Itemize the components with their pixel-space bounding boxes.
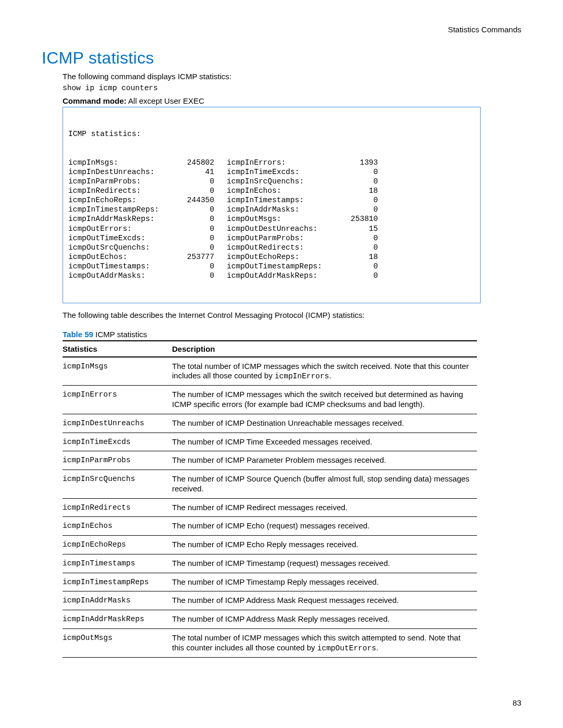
stat-label: icmpInAddrMaskReps: bbox=[68, 214, 173, 224]
stat-name-cell: icmpInRedirects bbox=[63, 498, 172, 517]
output-row: icmpInEchoReps:244350icmpInTimestamps:0 bbox=[68, 195, 475, 205]
command-mode-value: All except User EXEC bbox=[127, 96, 204, 105]
table-row: icmpInSrcQuenchsThe number of ICMP Sourc… bbox=[63, 470, 477, 499]
table-row: icmpInEchoRepsThe number of ICMP Echo Re… bbox=[63, 536, 477, 554]
stat-value: 253777 bbox=[173, 252, 227, 262]
page-number: 83 bbox=[512, 698, 521, 707]
stat-name-cell: icmpInTimestampReps bbox=[63, 573, 172, 591]
stat-label: icmpOutTimeExcds: bbox=[68, 233, 173, 243]
stat-name-cell: icmpInEchoReps bbox=[63, 536, 172, 554]
stat-name-cell: icmpInParmProbs bbox=[63, 451, 172, 470]
stat-label: icmpOutEchos: bbox=[68, 252, 173, 262]
stat-desc-cell: The number of ICMP Address Mask Request … bbox=[172, 591, 477, 610]
stat-value: 0 bbox=[173, 224, 227, 233]
stat-label: icmpInDestUnreachs: bbox=[68, 167, 173, 177]
stat-value: 0 bbox=[336, 205, 378, 214]
stat-value: 15 bbox=[336, 224, 378, 233]
stat-value: 245802 bbox=[173, 158, 227, 167]
output-row: icmpOutTimestamps:0icmpOutTimestampReps:… bbox=[68, 262, 475, 271]
stat-desc-cell: The number of ICMP Destination Unreachab… bbox=[172, 414, 477, 433]
stat-label: icmpOutRedirects: bbox=[227, 243, 336, 252]
stat-value: 1393 bbox=[336, 158, 378, 167]
stat-desc-cell: The number of ICMP Redirect messages rec… bbox=[172, 498, 477, 517]
table-row: icmpInAddrMasksThe number of ICMP Addres… bbox=[63, 591, 477, 610]
output-row: icmpOutSrcQuenchs:0icmpOutRedirects:0 bbox=[68, 243, 475, 252]
stat-label: icmpOutAddrMaskReps: bbox=[227, 271, 336, 280]
stat-label: icmpOutTimestamps: bbox=[68, 262, 173, 271]
stat-label: icmpInTimestamps: bbox=[227, 195, 336, 205]
stat-value: 0 bbox=[173, 243, 227, 252]
stat-label: icmpInEchoReps: bbox=[68, 195, 173, 205]
header-section: Statistics Commands bbox=[42, 25, 521, 34]
table-row: icmpInTimeExcdsThe number of ICMP Time E… bbox=[63, 433, 477, 451]
stat-name-cell: icmpInAddrMasks bbox=[63, 591, 172, 610]
table-row: icmpInDestUnreachsThe number of ICMP Des… bbox=[63, 414, 477, 433]
table-row: icmpOutMsgsThe total number of ICMP mess… bbox=[63, 628, 477, 657]
col-header-description: Description bbox=[172, 341, 477, 357]
output-row: icmpOutAddrMasks:0icmpOutAddrMaskReps:0 bbox=[68, 271, 475, 280]
table-row: icmpInTimestampsThe number of ICMP Times… bbox=[63, 554, 477, 573]
stat-label: icmpOutEchoReps: bbox=[227, 252, 336, 262]
stat-value: 0 bbox=[173, 205, 227, 214]
stat-name-cell: icmpInSrcQuenchs bbox=[63, 470, 172, 499]
stat-desc-cell: The total number of ICMP messages which … bbox=[172, 628, 477, 657]
table-number: Table 59 bbox=[63, 330, 93, 339]
output-row: icmpOutErrors:0icmpOutDestUnreachs:15 bbox=[68, 224, 475, 233]
stat-name-cell: icmpInAddrMaskReps bbox=[63, 610, 172, 629]
inline-code: icmpInErrors bbox=[275, 372, 329, 380]
table-row: icmpInTimestampRepsThe number of ICMP Ti… bbox=[63, 573, 477, 591]
stat-value: 0 bbox=[336, 271, 378, 280]
stat-name-cell: icmpInTimeExcds bbox=[63, 433, 172, 451]
intro-text: The following command displays ICMP stat… bbox=[63, 72, 521, 81]
stat-value: 0 bbox=[336, 167, 378, 177]
stat-label: icmpInAddrMasks: bbox=[227, 205, 336, 214]
table-row: icmpInAddrMaskRepsThe number of ICMP Add… bbox=[63, 610, 477, 629]
stat-value: 0 bbox=[173, 186, 227, 195]
table-intro: The following table describes the Intern… bbox=[63, 311, 521, 319]
stat-name-cell: icmpInEchos bbox=[63, 517, 172, 536]
stat-name-cell: icmpInMsgs bbox=[63, 357, 172, 386]
command-text: show ip icmp counters bbox=[63, 84, 521, 92]
stat-value: 0 bbox=[336, 243, 378, 252]
stat-value: 0 bbox=[336, 262, 378, 271]
stat-value: 244350 bbox=[173, 195, 227, 205]
stat-desc-cell: The number of ICMP Timestamp Reply messa… bbox=[172, 573, 477, 591]
stat-value: 253810 bbox=[336, 214, 378, 224]
stat-label: icmpInErrors: bbox=[227, 158, 336, 167]
command-mode-label: Command mode: bbox=[63, 96, 127, 105]
output-row: icmpInParmProbs:0icmpInSrcQuenchs:0 bbox=[68, 177, 475, 186]
command-output: ICMP statistics: icmpInMsgs:245802icmpIn… bbox=[63, 107, 481, 303]
col-header-statistics: Statistics bbox=[63, 341, 172, 357]
stat-value: 41 bbox=[173, 167, 227, 177]
stat-label: icmpInSrcQuenchs: bbox=[227, 177, 336, 186]
output-row: icmpOutTimeExcds:0icmpOutParmProbs:0 bbox=[68, 233, 475, 243]
inline-code: icmpOutErrors bbox=[317, 644, 376, 652]
output-row: icmpInDestUnreachs:41icmpInTimeExcds:0 bbox=[68, 167, 475, 177]
table-row: icmpInEchosThe number of ICMP Echo (requ… bbox=[63, 517, 477, 536]
output-row: icmpInAddrMaskReps:0icmpOutMsgs:253810 bbox=[68, 214, 475, 224]
table-row: icmpInErrorsThe number of ICMP messages … bbox=[63, 386, 477, 414]
stat-desc-cell: The number of ICMP Source Quench (buffer… bbox=[172, 470, 477, 499]
output-title: ICMP statistics: bbox=[68, 129, 475, 139]
table-row: icmpInRedirectsThe number of ICMP Redire… bbox=[63, 498, 477, 517]
stat-value: 0 bbox=[336, 233, 378, 243]
stat-value: 18 bbox=[336, 186, 378, 195]
stat-label: icmpInTimeExcds: bbox=[227, 167, 336, 177]
stat-desc-cell: The number of ICMP Parameter Problem mes… bbox=[172, 451, 477, 470]
stat-value: 0 bbox=[336, 177, 378, 186]
stat-name-cell: icmpOutMsgs bbox=[63, 628, 172, 657]
stat-name-cell: icmpInErrors bbox=[63, 386, 172, 414]
stat-label: icmpInRedirects: bbox=[68, 186, 173, 195]
stat-label: icmpOutSrcQuenchs: bbox=[68, 243, 173, 252]
stat-label: icmpInMsgs: bbox=[68, 158, 173, 167]
stat-desc-cell: The total number of ICMP messages which … bbox=[172, 357, 477, 386]
stat-desc-cell: The number of ICMP Timestamp (request) m… bbox=[172, 554, 477, 573]
stat-value: 0 bbox=[173, 177, 227, 186]
page-title: ICMP statistics bbox=[42, 48, 521, 68]
stat-value: 0 bbox=[173, 233, 227, 243]
stat-name-cell: icmpInTimestamps bbox=[63, 554, 172, 573]
stat-name-cell: icmpInDestUnreachs bbox=[63, 414, 172, 433]
stats-table: Statistics Description icmpInMsgsThe tot… bbox=[63, 340, 477, 658]
output-row: icmpInRedirects:0icmpInEchos:18 bbox=[68, 186, 475, 195]
stat-value: 0 bbox=[173, 262, 227, 271]
